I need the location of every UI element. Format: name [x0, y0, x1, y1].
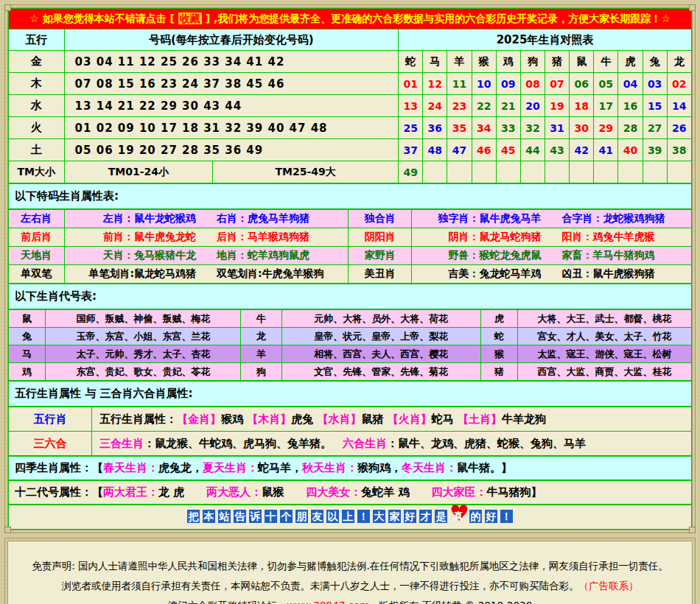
text-segment: 秋天生肖：: [302, 461, 357, 474]
zodiac-cell: 牛: [594, 51, 618, 73]
code-zodiac-label: 猪: [480, 363, 517, 381]
code-zodiac-label: 猴: [480, 345, 517, 363]
tm-empty-cell: [618, 161, 643, 183]
code-zodiac-label: 狗: [241, 363, 281, 381]
text-segment: 蛇马羊，: [258, 461, 302, 474]
tm-size-row: TM大小 TM01-24小 TM25-49大 49: [9, 161, 692, 183]
text-segment: 四大美女：: [306, 485, 361, 499]
zodiac-cell: 39: [643, 139, 667, 161]
zodiac-cell: 羊: [447, 51, 472, 73]
attribute-label: 独合肖: [349, 210, 412, 228]
code-row: 鸡东宫、贵妃、歌女、贵妃、苓花狗文官、先锋、管家、先锋、菊花猪西宫、大监、商贾、…: [9, 363, 692, 381]
promo-char-box: 是: [435, 510, 447, 523]
disclaimer-line-2: 浏览者或使用者须自行承担有关责任，本网站恕不负责。未满十八岁之人士，一律不得进行…: [15, 580, 685, 593]
promo-char-box: 诉: [249, 510, 262, 523]
frame-corner-ornament: [689, 527, 696, 533]
text-segment: 夏天生肖：: [203, 461, 258, 474]
attribute-value: 吉美：兔龙蛇马羊鸡 凶丑：鼠牛虎猴狗猪: [412, 265, 692, 284]
code-names: 太子、元帅、秀才、太子、杏花: [46, 345, 241, 363]
text-segment: 猴狗鸡，: [357, 461, 402, 474]
text-segment: 鼠猪: [361, 412, 387, 426]
wuxing-row-content: 五行生肖属性：【金肖】猴鸡 【木肖】虎兔 【水肖】鼠猪 【火肖】蛇马 【土肖】牛…: [92, 407, 692, 432]
wuxing-row-label: 三六合: [9, 432, 92, 456]
code-names: 太监、寇王、游侠、寇王、松树: [518, 345, 692, 363]
ad-contact-link[interactable]: （广告联系）: [579, 580, 639, 591]
attribute-value: 阴肖：鼠龙马蛇狗猪 阳肖：鸡兔牛羊虎猴: [412, 228, 692, 247]
code-zodiac-label: 蛇: [480, 328, 517, 345]
zodiac-cell: 龙: [667, 51, 691, 73]
text-segment: 虎兔龙，: [158, 461, 203, 474]
zodiac-cell: 02: [667, 73, 691, 95]
attribute-value: 前肖：鼠牛虎兔龙蛇 后肖：马羊猴鸡狗猪: [64, 228, 349, 247]
code-names: 相将、西宫、夫人、西宫、樱花: [281, 345, 480, 363]
tm-empty-cell: [594, 161, 618, 183]
text-segment: 虎兔: [291, 412, 317, 426]
attribute-value: 野兽：猴蛇龙兔虎鼠 家畜：羊马牛猪狗鸡: [412, 247, 692, 265]
wuxing-row: 三六合三合生肖：鼠龙猴、牛蛇鸡、虎马狗、兔羊猪。 六合生肖：鼠牛、龙鸡、虎猪、蛇…: [9, 432, 692, 456]
code-names: 玉帝、东宫、小姐、东宫、兰花: [46, 328, 241, 345]
text-segment: 冬天生肖：: [402, 461, 457, 474]
tm-size-label: TM大小: [9, 161, 65, 183]
promo-char-box: 友: [311, 510, 323, 523]
promo-char-box: 站: [218, 510, 231, 523]
element-row: 水13 14 21 22 29 30 43 441324232221201918…: [9, 95, 692, 117]
attribute-value: 单笔划肖:鼠龙蛇马鸡猪 双笔划肖:牛虎兔羊猴狗: [64, 265, 349, 284]
tm-empty-cell: [667, 161, 691, 183]
element-row: 木07 08 15 16 23 24 37 38 45 460112111009…: [9, 73, 692, 95]
frame-corner-ornament: [4, 527, 11, 533]
zodiac-cell: 22: [472, 95, 496, 117]
section-title-wuxing-sanhe: 五行生肖属性 与 三合肖六合肖属性:: [8, 381, 692, 407]
disclaimer-line-1: 免责声明: 国内人士请遵照中华人民共和国相关法律，切勿参与赌博触犯法例.在任何情…: [15, 560, 685, 573]
banner-row: ☆ 如果您觉得本站不错请点击 [ 收藏 ] ,我们将为您提供最齐全、更准确的六合…: [9, 9, 692, 29]
zodiac-cell: 鼠: [570, 51, 594, 73]
text-segment: 【木肖】: [247, 412, 291, 426]
website-link[interactable]: www.38947.com: [287, 600, 369, 604]
code-zodiac-label: 羊: [241, 345, 281, 363]
promo-char-box: ！: [357, 510, 370, 523]
text-segment: 三合生肖: [99, 437, 144, 450]
attribute-label: 天地肖: [9, 247, 65, 265]
zodiac-cell: 16: [618, 95, 643, 117]
promo-char-box: 的: [469, 510, 482, 523]
bookmark-link[interactable]: 收藏: [178, 13, 202, 24]
zodiac-cell: 26: [667, 117, 691, 139]
tm-big-range: TM25-49大: [213, 161, 399, 183]
text-segment: ：鼠牛、龙鸡、虎猪、蛇猴、兔狗、马羊: [387, 437, 586, 450]
zodiac-cell: 17: [594, 95, 618, 117]
zodiac-cell: 13: [399, 95, 423, 117]
frame-corner-ornament: [4, 4, 11, 11]
zodiac-cell: 11: [447, 73, 472, 95]
element-row: 金03 04 11 12 25 26 33 34 41 42蛇马羊猴鸡狗猪鼠牛虎…: [9, 51, 692, 73]
attribute-label: 家野肖: [349, 247, 412, 265]
zodiac-cell: 虎: [618, 51, 643, 73]
code-names: 东宫、贵妃、歌女、贵妃、苓花: [46, 363, 241, 381]
promo-char-box: 才: [419, 510, 432, 523]
zodiac-cell: 41: [594, 139, 618, 161]
element-numbers: 01 02 09 10 17 18 31 32 39 40 47 48: [64, 117, 399, 139]
text-segment: 十二代号属性：【: [15, 485, 103, 499]
zodiac-cell: 38: [667, 139, 691, 161]
promo-char-box: 本: [203, 510, 215, 523]
zodiac-cell: 40: [618, 139, 643, 161]
element-label: 金: [9, 51, 65, 73]
zodiac-cell: 14: [667, 95, 691, 117]
text-segment: 四季生肖属性：【: [15, 461, 103, 474]
disclaimer-line-2-text: 浏览者或使用者须自行承担有关责任，本网站恕不负责。未满十八岁之人士，一律不得进行…: [62, 580, 579, 591]
code-zodiac-label: 兔: [9, 328, 46, 345]
tm-empty-cell: [643, 161, 667, 183]
code-names: 大将、大王、武士、都督、桃花: [518, 310, 692, 328]
promo-char-box: ！: [500, 510, 513, 523]
promo-char-box: 大: [373, 510, 385, 523]
tm-empty-cell: [545, 161, 569, 183]
attribute-value: 独字肖：鼠牛虎兔马羊 合字肖：龙蛇猴鸡狗猪: [412, 210, 692, 228]
zodiac-cell: 37: [399, 139, 423, 161]
text-segment: 兔蛇羊 鸡: [361, 485, 431, 499]
zodiac-cell: 29: [594, 117, 618, 139]
text-segment: 【土肖】: [458, 412, 502, 426]
banner-text-suffix: ] ,我们将为您提供最齐全、更准确的六合彩数据与实用的六合彩历史开奖记录，方便大…: [202, 13, 671, 24]
zodiac-cell: 35: [447, 117, 472, 139]
zodiac-cell: 24: [423, 95, 447, 117]
wuxing-row-content: 三合生肖：鼠龙猴、牛蛇鸡、虎马狗、兔羊猪。 六合生肖：鼠牛、龙鸡、虎猪、蛇猴、兔…: [92, 432, 692, 456]
text-segment: 牛马猪狗】: [486, 485, 542, 499]
code-zodiac-label: 牛: [241, 310, 281, 328]
